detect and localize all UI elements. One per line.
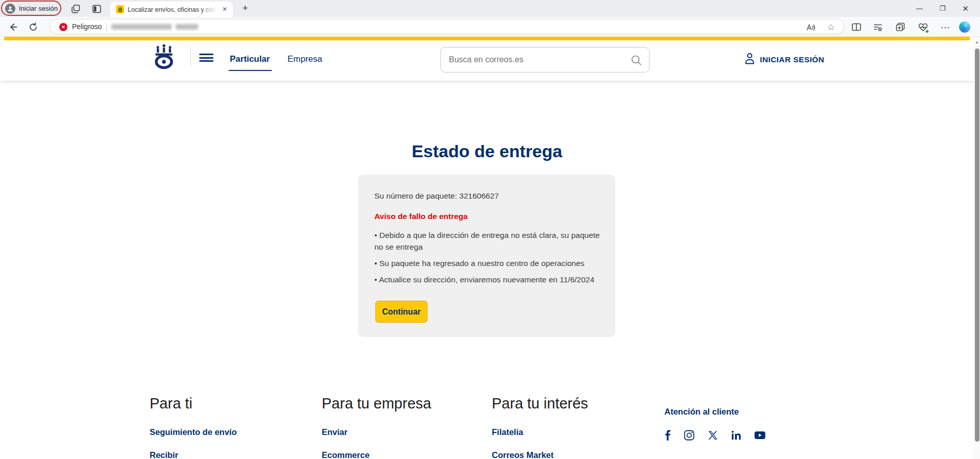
delivery-status-card: Su número de paquete: 321606627 Aviso de… <box>358 175 615 337</box>
vertical-tabs-icon[interactable] <box>91 3 102 14</box>
page-title: Estado de entrega <box>0 141 974 161</box>
scroll-up-icon[interactable]: ▲ <box>974 40 979 45</box>
profile-avatar-icon <box>5 4 15 14</box>
browser-toolbar: ✕ Peligroso ☆ ⋯ <box>0 17 980 37</box>
redacted-url <box>176 24 198 30</box>
facebook-icon[interactable] <box>664 430 671 441</box>
window-controls: — ❐ ✕ <box>908 0 977 17</box>
footer-column-para-ti: Para ti Seguimiento de envío Recibir Env… <box>150 395 237 459</box>
collections-icon[interactable] <box>895 21 906 33</box>
youtube-icon[interactable] <box>754 431 766 440</box>
social-icons <box>664 430 766 441</box>
correos-logo[interactable] <box>151 44 177 67</box>
read-aloud-icon[interactable] <box>805 21 816 33</box>
workspaces-icon[interactable] <box>70 3 81 14</box>
user-icon <box>745 53 755 66</box>
back-icon[interactable] <box>7 21 18 33</box>
danger-label: Peligroso <box>72 22 102 31</box>
browser-tab[interactable]: Localizar envíos, oficinas y códig ✕ <box>110 2 233 17</box>
linkedin-icon[interactable] <box>731 430 741 440</box>
browser-profile-button[interactable]: Iniciar sesión <box>2 1 64 16</box>
browser-window: Iniciar sesión <box>0 0 980 459</box>
x-icon[interactable] <box>708 430 718 441</box>
copilot-icon[interactable] <box>959 21 970 33</box>
continue-button[interactable]: Continuar <box>375 301 427 323</box>
tab-particular[interactable]: Particular <box>230 54 270 64</box>
favorites-icon[interactable] <box>872 21 883 33</box>
profile-label: Iniciar sesión <box>19 5 58 12</box>
iniciar-sesion-button[interactable]: INICIAR SESIÓN <box>745 53 824 66</box>
footer-link-enviar-empresa[interactable]: Enviar <box>322 427 431 437</box>
active-tab-underline <box>229 70 272 71</box>
footer-link-recibir[interactable]: Recibir <box>150 450 237 459</box>
danger-icon[interactable]: ✕ <box>59 23 67 31</box>
add-favorite-icon[interactable]: ☆ <box>825 21 836 33</box>
bullet-item: • Debido a que la dirección de entrega n… <box>374 229 600 253</box>
minimize-button[interactable]: — <box>908 0 931 17</box>
footer-column-atencion: Atención al cliente <box>664 407 739 417</box>
menu-icon[interactable] <box>199 54 213 62</box>
customer-service-link[interactable]: Atención al cliente <box>664 407 739 417</box>
delivery-failure-alert: Aviso de fallo de entrega <box>374 212 600 221</box>
refresh-icon[interactable] <box>28 21 39 33</box>
scrollbar-thumb[interactable] <box>975 49 979 442</box>
redacted-url <box>111 24 172 30</box>
site-search <box>440 47 650 73</box>
footer-heading: Para tu empresa <box>322 395 431 412</box>
bullet-item: • Actualice su dirección, enviaremos nue… <box>374 274 600 285</box>
footer-link-correos-market[interactable]: Correos Market <box>492 450 588 459</box>
site-header: Particular Empresa INICIAR SESIÓN <box>0 40 974 81</box>
webpage: Particular Empresa INICIAR SESIÓN Estado… <box>0 37 974 459</box>
settings-more-icon[interactable]: ⋯ <box>940 21 951 33</box>
footer-heading: Para ti <box>150 395 237 412</box>
footer-link-filatelia[interactable]: Filatelia <box>492 427 588 437</box>
search-icon[interactable] <box>631 55 642 66</box>
login-label: INICIAR SESIÓN <box>760 55 824 64</box>
browser-essentials-icon[interactable] <box>917 21 928 33</box>
tab-bar: Iniciar sesión <box>0 0 980 17</box>
split-screen-icon[interactable] <box>851 21 862 33</box>
instagram-icon[interactable] <box>684 430 695 441</box>
new-tab-button[interactable]: + <box>239 2 251 14</box>
restore-button[interactable]: ❐ <box>931 0 954 17</box>
tab-empresa[interactable]: Empresa <box>288 54 322 64</box>
search-input[interactable] <box>449 48 628 71</box>
bullet-item: • Su paquete ha regresado a nuestro cent… <box>374 257 600 269</box>
correos-favicon <box>116 5 124 13</box>
page-scrollbar[interactable]: ▲ <box>974 37 980 459</box>
footer-heading: Para tu interés <box>492 395 588 412</box>
footer-column-para-tu-empresa: Para tu empresa Enviar Ecommerce Marketi… <box>322 395 431 459</box>
correos-yellow-band <box>4 37 970 40</box>
footer-link-seguimiento[interactable]: Seguimiento de envío <box>150 427 237 437</box>
footer-link-ecommerce[interactable]: Ecommerce <box>322 450 431 459</box>
package-number-line: Su número de paquete: 321606627 <box>374 191 600 201</box>
footer-column-para-tu-interes: Para tu interés Filatelia Correos Market… <box>492 395 588 459</box>
tab-close-icon[interactable]: ✕ <box>221 5 229 13</box>
address-bar[interactable]: ✕ Peligroso ☆ <box>50 19 844 34</box>
close-window-button[interactable]: ✕ <box>954 0 977 17</box>
